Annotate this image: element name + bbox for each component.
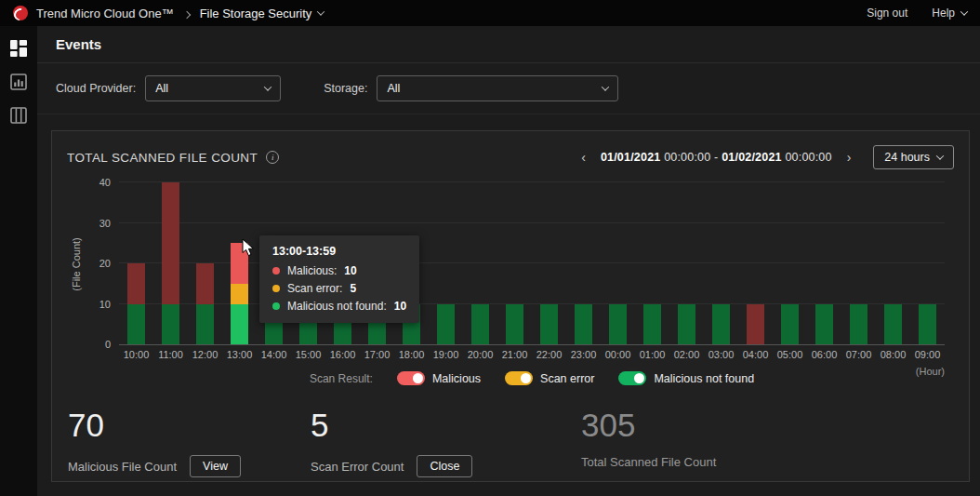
- chart-tooltip: 13:00-13:59 Malicious 10 Scan error 5 Ma…: [259, 235, 419, 323]
- x-tick-label: 08:00: [876, 349, 910, 360]
- date-prev-button[interactable]: ‹: [579, 150, 588, 165]
- brand-title: Trend Micro Cloud One™: [36, 7, 174, 20]
- bar-slot: [704, 183, 738, 344]
- bar-13:00[interactable]: [231, 243, 248, 344]
- bar-segment: [815, 304, 833, 345]
- date-end-date: 01/02/2021: [722, 151, 782, 164]
- bar-04:00[interactable]: [747, 304, 764, 345]
- bar-00:00[interactable]: [609, 304, 627, 345]
- bar-slot: [841, 183, 876, 344]
- x-tick-label: 16:00: [325, 349, 360, 360]
- filter-bar: Cloud Provider: All Storage: All: [37, 63, 980, 114]
- view-button[interactable]: View: [190, 455, 241, 477]
- page-title: Events: [56, 36, 101, 52]
- topbar: Trend Micro Cloud One™ File Storage Secu…: [0, 0, 980, 26]
- bar-segment: [127, 263, 145, 304]
- total-scanned-file-count-value: 305: [581, 407, 716, 444]
- bar-segment: [747, 304, 764, 345]
- storage-value: All: [387, 82, 400, 95]
- bar-segment: [781, 304, 799, 345]
- bar-segment: [712, 304, 730, 345]
- x-tick-label: 09:00: [910, 349, 945, 360]
- bar-chart-report-icon[interactable]: [9, 73, 28, 91]
- chart-legend: Scan Result: Malicious Scan error Malici…: [104, 371, 960, 385]
- bar-segment: [609, 304, 627, 345]
- scan-error-toggle[interactable]: [505, 371, 533, 385]
- bar-19:00[interactable]: [437, 304, 455, 345]
- sign-out-link[interactable]: Sign out: [867, 7, 907, 20]
- bar-07:00[interactable]: [850, 304, 867, 345]
- bar-slot: [807, 183, 841, 344]
- date-separator: -: [714, 151, 718, 164]
- bar-slot: [566, 183, 601, 344]
- date-start-date: 01/01/2021: [601, 151, 661, 164]
- chart-plot-area: 010203040 (File Count): [119, 183, 945, 345]
- malicious-toggle[interactable]: [397, 371, 425, 385]
- chevron-down-icon: [960, 7, 968, 15]
- malicious-file-count-label: Malicious File Count: [68, 460, 177, 474]
- x-tick-label: 17:00: [360, 349, 394, 360]
- date-next-button[interactable]: ›: [845, 150, 854, 165]
- malicious-not-found-toggle[interactable]: [618, 371, 646, 385]
- date-end-time: 00:00:00: [785, 151, 831, 164]
- bar-20:00[interactable]: [471, 304, 489, 345]
- scan-error-count-stat: 5 Scan Error Count Close: [311, 407, 581, 477]
- bar-slot: [463, 183, 497, 344]
- panel-header: TOTAL SCANNED FILE COUNT i ‹ 01/01/2021 …: [67, 144, 954, 170]
- bar-02:00[interactable]: [678, 304, 695, 345]
- bar-segment: [678, 304, 695, 345]
- bar-21:00[interactable]: [506, 304, 523, 345]
- bar-11:00[interactable]: [162, 182, 179, 344]
- columns-table-icon[interactable]: [9, 106, 28, 125]
- y-tick-label: 20: [99, 258, 111, 269]
- bar-segment: [506, 304, 523, 345]
- total-scanned-file-count-panel: TOTAL SCANNED FILE COUNT i ‹ 01/01/2021 …: [51, 130, 970, 482]
- trend-micro-logo-icon: [13, 6, 28, 20]
- bar-segment: [884, 304, 902, 345]
- bar-slot: [188, 183, 222, 344]
- date-start-time: 00:00:00: [664, 151, 710, 164]
- x-tick-label: 06:00: [807, 349, 841, 360]
- x-tick-label: 20:00: [463, 349, 497, 360]
- y-tick-label: 40: [99, 177, 111, 188]
- interval-dropdown[interactable]: 24 hours: [873, 145, 954, 169]
- bar-slot: [429, 183, 463, 344]
- bar-09:00[interactable]: [919, 304, 936, 345]
- legend-item-scan-error: Scan error: [505, 371, 594, 385]
- bar-slot: [119, 183, 153, 344]
- bar-10:00[interactable]: [127, 263, 145, 344]
- mouse-cursor-icon: [242, 239, 258, 257]
- bar-slot: [669, 183, 704, 344]
- bar-segment: [162, 304, 179, 345]
- x-tick-label: 01:00: [635, 349, 669, 360]
- bar-05:00[interactable]: [781, 304, 799, 345]
- app-switcher[interactable]: File Storage Security: [200, 7, 324, 20]
- bar-slot: [876, 183, 910, 344]
- bar-01:00[interactable]: [643, 304, 661, 345]
- tooltip-row-malicious: Malicious 10: [272, 264, 406, 277]
- help-menu[interactable]: Help: [932, 7, 967, 20]
- info-icon[interactable]: i: [266, 151, 279, 164]
- interval-value: 24 hours: [884, 151, 930, 164]
- bar-segment: [127, 304, 145, 345]
- x-tick-label: 22:00: [532, 349, 566, 360]
- bar-22:00[interactable]: [540, 304, 558, 345]
- bar-08:00[interactable]: [884, 304, 902, 345]
- storage-select[interactable]: All: [377, 75, 618, 101]
- bar-23:00[interactable]: [575, 304, 592, 345]
- bar-12:00[interactable]: [196, 263, 214, 344]
- chevron-down-icon: [317, 7, 324, 15]
- help-label: Help: [932, 7, 955, 20]
- cloud-provider-value: All: [155, 82, 168, 95]
- close-button[interactable]: Close: [417, 455, 472, 477]
- cloud-provider-select[interactable]: All: [145, 75, 281, 101]
- malicious-file-count-value: 70: [68, 407, 311, 444]
- bar-03:00[interactable]: [712, 304, 730, 345]
- x-tick-label: 21:00: [497, 349, 532, 360]
- malicious-file-count-stat: 70 Malicious File Count View: [68, 407, 311, 477]
- dashboard-grid-icon[interactable]: [9, 39, 28, 58]
- x-tick-label: 13:00: [222, 349, 257, 360]
- x-tick-label: 07:00: [841, 349, 876, 360]
- legend-title: Scan Result:: [310, 372, 373, 385]
- bar-06:00[interactable]: [815, 304, 833, 345]
